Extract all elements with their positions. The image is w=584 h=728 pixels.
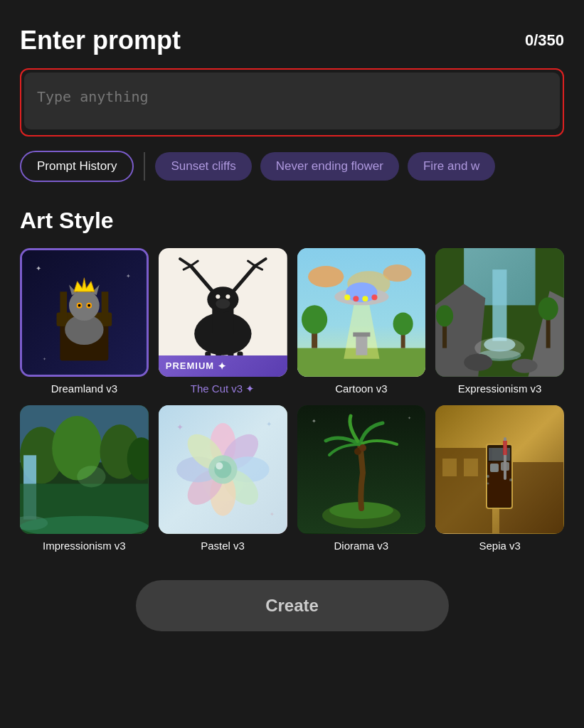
svg-text:✦: ✦ <box>408 416 411 420</box>
art-label-cartoon: Cartoon v3 <box>335 382 387 395</box>
svg-text:✦: ✦ <box>126 273 131 279</box>
svg-text:✦: ✦ <box>269 510 274 517</box>
art-label-sepia: Sepia v3 <box>479 540 520 552</box>
svg-point-30 <box>225 294 230 299</box>
svg-point-116 <box>487 482 489 484</box>
svg-rect-3 <box>60 291 67 326</box>
art-image-cartoon <box>297 248 426 377</box>
history-row: Prompt History Sunset cliffs Never endin… <box>20 151 564 182</box>
art-image-diorama: ✦ ✦ <box>297 405 426 534</box>
svg-rect-62 <box>493 269 507 341</box>
svg-point-115 <box>487 475 489 478</box>
header-row: Enter prompt 0/350 <box>20 26 564 55</box>
svg-point-78 <box>77 466 105 487</box>
chip-never-ending-flower[interactable]: Never ending flower <box>260 152 399 181</box>
svg-point-48 <box>344 294 350 300</box>
art-image-dreamland: ✦ ✦ ✦ <box>20 248 149 377</box>
art-card-expressionism[interactable]: Expressionism v3 <box>435 248 564 395</box>
art-label-impressionism: Impressionism v3 <box>43 540 126 552</box>
create-button[interactable]: Create <box>136 580 449 631</box>
main-container: Enter prompt 0/350 Prompt History Sunset… <box>0 0 584 667</box>
chip-fire-and[interactable]: Fire and w <box>408 152 495 181</box>
svg-point-101 <box>359 444 366 451</box>
char-count: 0/350 <box>525 31 564 50</box>
svg-point-37 <box>308 266 344 287</box>
svg-point-12 <box>78 304 81 307</box>
art-image-expressionism <box>435 248 564 377</box>
svg-rect-114 <box>503 441 507 455</box>
art-card-sepia[interactable]: Sepia v3 <box>435 405 564 552</box>
art-card-pastel[interactable]: ✦ ✦ ✦ Pastel v3 <box>159 405 287 552</box>
svg-rect-111 <box>490 464 499 472</box>
svg-point-31 <box>216 299 230 309</box>
prompt-input[interactable] <box>24 73 560 129</box>
svg-text:✦: ✦ <box>176 422 184 432</box>
art-style-title: Art Style <box>20 208 564 234</box>
art-card-diorama[interactable]: ✦ ✦ Diorama v3 <box>297 405 426 552</box>
art-card-impressionism[interactable]: Impressionism v3 <box>20 405 149 552</box>
svg-point-61 <box>538 297 558 320</box>
premium-label: PREMIUM <box>166 360 214 371</box>
svg-point-67 <box>512 359 538 373</box>
art-label-dreamland: Dreamland v3 <box>51 382 117 395</box>
svg-point-6 <box>69 290 100 321</box>
svg-point-59 <box>436 305 453 326</box>
create-button-wrapper: Create <box>20 580 564 646</box>
chip-sunset-cliffs[interactable]: Sunset cliffs <box>155 152 251 181</box>
art-card-dreamland[interactable]: ✦ ✦ ✦ Dreamland v3 <box>20 248 149 395</box>
svg-rect-4 <box>102 291 109 326</box>
svg-point-29 <box>216 294 220 299</box>
svg-point-13 <box>87 304 90 307</box>
prompt-history-button[interactable]: Prompt History <box>20 151 134 182</box>
svg-rect-105 <box>442 459 457 476</box>
svg-point-44 <box>393 312 413 335</box>
art-image-sepia <box>435 405 564 534</box>
art-image-impressionism <box>20 405 149 534</box>
art-label-pastel: Pastel v3 <box>201 540 245 552</box>
svg-point-117 <box>509 478 512 481</box>
art-card-cartoon[interactable]: Cartoon v3 <box>297 248 426 395</box>
premium-star-icon: ✦ <box>218 360 227 372</box>
art-label-thecut: The Cut v3 ✦ <box>191 382 255 395</box>
chips-scroll: Sunset cliffs Never ending flower Fire a… <box>155 152 564 181</box>
svg-text:✦: ✦ <box>36 264 41 272</box>
svg-rect-106 <box>464 459 478 476</box>
prompt-input-wrapper <box>20 68 564 136</box>
art-label-expressionism: Expressionism v3 <box>458 382 542 395</box>
art-label-diorama: Diorama v3 <box>334 540 389 552</box>
svg-rect-53 <box>353 332 370 336</box>
svg-rect-52 <box>356 334 367 355</box>
svg-text:✦: ✦ <box>265 420 271 428</box>
divider <box>144 152 145 181</box>
art-card-thecut[interactable]: PREMIUM ✦ The Cut v3 ✦ <box>159 248 287 395</box>
art-style-grid: ✦ ✦ ✦ Dreamland v3 <box>20 248 564 552</box>
art-image-pastel: ✦ ✦ ✦ <box>159 405 287 534</box>
premium-badge: PREMIUM ✦ <box>159 355 287 377</box>
svg-point-49 <box>353 296 359 301</box>
svg-text:✦: ✦ <box>312 418 317 424</box>
page-title: Enter prompt <box>20 26 181 55</box>
svg-point-51 <box>371 294 377 300</box>
svg-text:✦: ✦ <box>43 357 46 361</box>
svg-point-91 <box>216 462 223 469</box>
svg-point-50 <box>362 296 368 301</box>
svg-point-42 <box>302 305 327 333</box>
svg-point-66 <box>464 354 492 371</box>
art-image-thecut: PREMIUM ✦ <box>159 248 287 377</box>
